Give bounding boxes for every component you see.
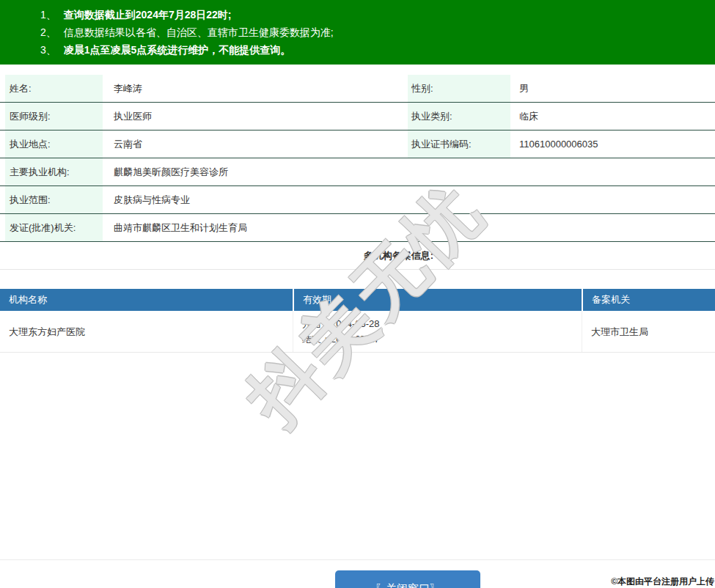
practice-category-value: 临床 — [510, 103, 715, 130]
close-window-button[interactable]: 〖关闭窗口〗 — [335, 570, 480, 588]
org-name-header: 机构名称 — [0, 289, 293, 311]
notice-banner: 1、查询数据截止到2024年7月28日22时; 2、信息数据结果以各省、自治区、… — [0, 0, 715, 65]
filing-authority-header: 备案机关 — [582, 289, 715, 311]
issuing-authority-value: 曲靖市麒麟区卫生和计划生育局 — [103, 214, 715, 241]
name-label: 姓名: — [5, 75, 103, 102]
notice-text: 信息数据结果以各省、自治区、直辖市卫生健康委数据为准; — [64, 26, 334, 38]
filing-table: 机构名称 有效期 备案机关 大理东方妇产医院 开始：2024-05-28 结束：… — [0, 289, 715, 353]
notice-number: 3、 — [40, 44, 56, 56]
notice-text: 凌晨1点至凌晨5点系统进行维护，不能提供查询。 — [64, 44, 291, 56]
practice-scope-label: 执业范围: — [5, 186, 103, 213]
practice-location-value: 云南省 — [103, 131, 408, 158]
filing-table-row: 大理东方妇产医院 开始：2024-05-28 结束：2026-05-27 大理市… — [0, 311, 715, 353]
footer-divider — [0, 559, 715, 560]
validity-header: 有效期 — [293, 289, 582, 311]
info-row-scope: 执业范围: 皮肤病与性病专业 — [0, 186, 715, 214]
info-row-location-certno: 执业地点: 云南省 执业证书编码: 110610000006035 — [0, 131, 715, 158]
certificate-number-label: 执业证书编码: — [408, 131, 510, 158]
filing-table-header: 机构名称 有效期 备案机关 — [0, 289, 715, 311]
notice-number: 1、 — [40, 9, 56, 21]
validity-end: 结束：2026-05-27 — [302, 331, 582, 347]
filing-authority-cell: 大理市卫生局 — [582, 311, 715, 352]
notice-item-3: 3、凌晨1点至凌晨5点系统进行维护，不能提供查询。 — [40, 41, 700, 59]
info-row-level-category: 医师级别: 执业医师 执业类别: 临床 — [0, 103, 715, 131]
doctor-info-table: 姓名: 李峰涛 性别: 男 医师级别: 执业医师 执业类别: 临床 执业地点: … — [0, 75, 715, 242]
gender-label: 性别: — [408, 75, 510, 102]
main-org-label: 主要执业机构: — [5, 158, 103, 185]
validity-start: 开始：2024-05-28 — [302, 316, 582, 331]
gender-value: 男 — [510, 75, 715, 102]
certificate-number-value: 110610000006035 — [510, 131, 715, 158]
notice-text: 查询数据截止到2024年7月28日22时; — [64, 9, 232, 21]
notice-item-1: 1、查询数据截止到2024年7月28日22时; — [40, 6, 700, 23]
main-org-value: 麒麟旭美昕颜医疗美容诊所 — [103, 158, 715, 185]
info-row-main-org: 主要执业机构: 麒麟旭美昕颜医疗美容诊所 — [0, 158, 715, 186]
copyright-text: ©本图由平台注册用户上传 — [611, 576, 714, 588]
org-name-cell: 大理东方妇产医院 — [0, 311, 293, 352]
practice-location-label: 执业地点: — [5, 131, 103, 158]
notice-item-2: 2、信息数据结果以各省、自治区、直辖市卫生健康委数据为准; — [40, 23, 700, 41]
doctor-level-value: 执业医师 — [103, 103, 408, 130]
practice-category-label: 执业类别: — [408, 103, 510, 130]
practice-scope-value: 皮肤病与性病专业 — [103, 186, 715, 213]
notice-number: 2、 — [40, 26, 56, 38]
info-row-name-gender: 姓名: 李峰涛 性别: 男 — [0, 75, 715, 103]
name-value: 李峰涛 — [103, 75, 408, 102]
validity-cell: 开始：2024-05-28 结束：2026-05-27 — [293, 311, 582, 352]
doctor-level-label: 医师级别: — [5, 103, 103, 130]
info-row-issuing-authority: 发证(批准)机关: 曲靖市麒麟区卫生和计划生育局 — [0, 214, 715, 242]
issuing-authority-label: 发证(批准)机关: — [5, 214, 103, 241]
multi-org-filing-heading: 多机构备案信息: — [0, 242, 715, 270]
